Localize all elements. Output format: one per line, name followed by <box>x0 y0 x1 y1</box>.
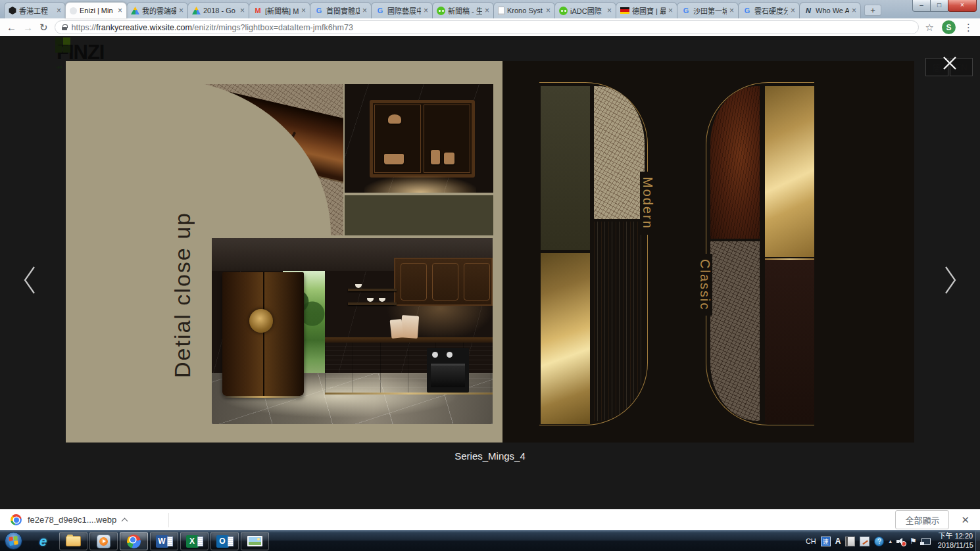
tab-close-icon[interactable]: × <box>485 6 489 15</box>
browser-tab[interactable]: 雲石硬度分 × <box>738 2 800 18</box>
address-bar[interactable]: https://frankycreative.wixsite.com/enizi… <box>55 20 919 34</box>
help-icon[interactable]: ? <box>874 537 884 546</box>
internet-explorer-button[interactable]: e <box>29 532 57 550</box>
clock-date: 2018/11/15 <box>938 541 973 550</box>
tab-title: 2018 - Go <box>203 7 237 14</box>
media-player-icon <box>97 535 110 548</box>
tab-close-icon[interactable]: × <box>607 6 612 15</box>
logo-squares-icon <box>55 37 70 53</box>
toolbar-right: ☆ S ⋮ <box>925 20 973 34</box>
olive-color-block <box>345 195 493 235</box>
browser-tab[interactable]: 新聞稿 - 生 × <box>432 2 494 18</box>
plinth-light <box>325 393 493 395</box>
ime-mode-indicator[interactable]: A <box>835 537 841 546</box>
file-explorer-button[interactable] <box>59 532 87 550</box>
tab-close-icon[interactable]: × <box>791 6 795 15</box>
tab-close-icon[interactable]: × <box>424 6 428 15</box>
browser-tab[interactable]: [新聞稿] M × <box>249 2 310 18</box>
screen: 香港工程 × Enizi | Min × 我的雲端硬 × 2018 - Go ×… <box>0 0 980 551</box>
download-item[interactable]: fe2e78_d9e9c1....webp <box>11 514 127 525</box>
grey-leather-swatch <box>710 241 760 421</box>
browser-tab[interactable]: Who We A × <box>799 2 861 18</box>
tab-close-icon[interactable]: × <box>301 6 306 15</box>
url-path: /enizitr/mings?lightbox=dataItem-jmfk6hm… <box>192 23 353 32</box>
maximize-button[interactable]: □ <box>930 0 948 12</box>
next-arrow[interactable] <box>941 263 960 297</box>
tab-title: 德國寶 | 最 <box>632 5 666 16</box>
menu-dots-icon[interactable]: ⋮ <box>964 22 973 34</box>
new-tab-button[interactable]: + <box>864 5 881 16</box>
previous-arrow[interactable] <box>20 263 39 297</box>
start-button[interactable] <box>5 532 22 550</box>
pen-input-icon[interactable] <box>860 537 870 546</box>
swatch-right-panel: Modern Classic <box>502 61 914 443</box>
muted-speaker-icon[interactable] <box>896 537 905 545</box>
tab-title: 雲石硬度分 <box>754 5 788 16</box>
browser-tab[interactable]: 首間實體店 × <box>310 2 372 18</box>
tab-close-icon[interactable]: × <box>668 6 673 15</box>
browser-tab-strip: 香港工程 × Enizi | Min × 我的雲端硬 × 2018 - Go ×… <box>0 0 980 18</box>
download-menu-caret-icon[interactable] <box>122 517 128 524</box>
tab-title: 香港工程 <box>19 5 54 16</box>
download-bar: fe2e78_d9e9c1....webp 全部顯示 ✕ <box>0 509 980 530</box>
hexagon-favicon <box>9 7 16 14</box>
browser-tab[interactable]: 2018 - Go × <box>187 2 249 18</box>
download-bar-close-icon[interactable]: ✕ <box>961 514 969 526</box>
browser-tab[interactable]: 我的雲端硬 × <box>126 2 188 18</box>
kitchen-scene-photo <box>212 238 493 424</box>
lightbox-close-icon[interactable] <box>940 53 960 73</box>
tab-close-icon[interactable]: × <box>729 6 734 15</box>
ime-icon[interactable]: 速 <box>821 537 831 546</box>
tab-close-icon[interactable]: × <box>852 6 856 15</box>
browser-tab[interactable]: 德國寶 | 最 × <box>616 2 677 18</box>
photo-viewer-button[interactable] <box>241 532 269 550</box>
tab-title: iADC國際 <box>570 5 604 16</box>
lightbox-image: Detial close up Modern Classic <box>66 61 914 443</box>
chrome-icon <box>127 535 141 548</box>
browser-tab[interactable]: 沙田第一城 × <box>677 2 739 18</box>
hidden-icons-arrow[interactable]: ▴ <box>889 538 892 544</box>
chart-favicon <box>804 6 813 15</box>
tab-close-icon[interactable]: × <box>179 6 184 15</box>
show-all-downloads-button[interactable]: 全部顯示 <box>895 510 949 529</box>
browser-tab[interactable]: 香港工程 × <box>4 2 66 18</box>
browser-tab[interactable]: 國際藝展中 × <box>371 2 433 18</box>
word-button[interactable]: W <box>150 532 178 550</box>
minimize-button[interactable]: – <box>912 0 931 12</box>
wood-grain-swatch <box>594 222 645 421</box>
taskbar-clock[interactable]: 下午 12:20 2018/11/15 <box>938 532 973 550</box>
tab-close-icon[interactable]: × <box>118 6 122 15</box>
keyboard-layout-icon[interactable] <box>845 537 855 546</box>
close-window-button[interactable]: × <box>948 0 977 12</box>
browser-tab[interactable]: iADC國際 × <box>554 2 616 18</box>
browser-tab[interactable]: Krono Syst × <box>493 2 555 18</box>
image-caption: Series_Mings_4 <box>66 450 914 462</box>
vase <box>444 153 454 164</box>
forward-icon[interactable]: → <box>23 22 33 33</box>
google-drive-favicon <box>131 7 139 14</box>
back-icon[interactable]: ← <box>7 22 16 33</box>
bookmark-star-icon[interactable]: ☆ <box>925 22 934 34</box>
tab-close-icon[interactable]: × <box>362 6 367 15</box>
profile-avatar[interactable]: S <box>942 20 956 34</box>
excel-button[interactable]: X <box>180 532 208 550</box>
refresh-icon[interactable]: ↻ <box>39 22 48 34</box>
google-favicon <box>743 6 752 15</box>
network-icon[interactable] <box>921 538 931 545</box>
tab-close-icon[interactable]: × <box>240 6 245 15</box>
outlook-button[interactable]: O <box>210 532 239 550</box>
tab-close-icon[interactable]: × <box>57 6 61 15</box>
system-tray: CH 速 A ? ▴ ⚑ 下午 12:20 2018/11/15 <box>806 531 973 551</box>
tab-close-icon[interactable]: × <box>546 6 551 15</box>
media-player-button[interactable] <box>89 532 118 550</box>
language-indicator[interactable]: CH <box>806 537 816 545</box>
cabinet-door <box>374 105 421 173</box>
built-in-oven <box>427 348 469 393</box>
browser-tab-active[interactable]: Enizi | Min × <box>65 2 127 18</box>
google-favicon <box>681 6 691 15</box>
show-desktop-button[interactable] <box>975 531 980 551</box>
action-center-flag-icon[interactable]: ⚑ <box>910 537 917 546</box>
web-page: FINZI uni 簡 EN <box>0 36 980 509</box>
chrome-button[interactable] <box>120 532 148 550</box>
tab-title: Krono Syst <box>507 7 543 14</box>
